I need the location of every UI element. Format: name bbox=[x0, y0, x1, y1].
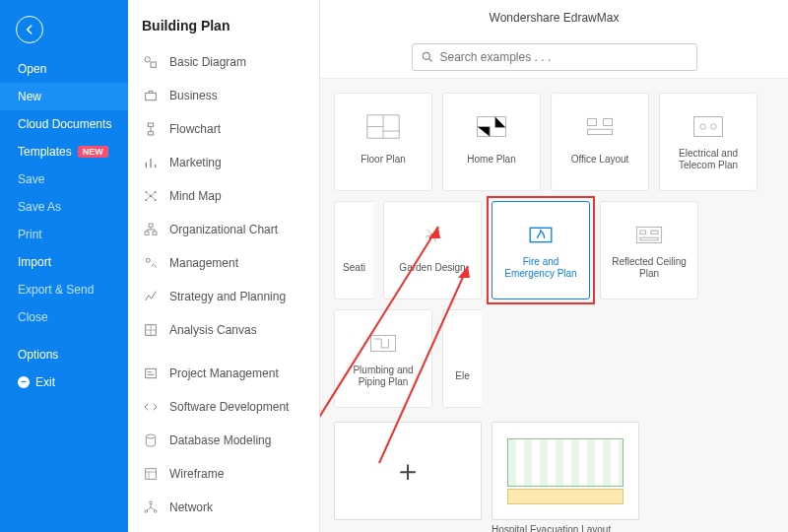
category-flowchart[interactable]: Flowchart bbox=[128, 112, 319, 146]
category-analysis[interactable]: Analysis Canvas bbox=[128, 313, 319, 347]
example-thumbnail bbox=[492, 422, 639, 520]
template-label: Electrical and Telecom Plan bbox=[660, 148, 756, 171]
nav-label: Save As bbox=[18, 200, 61, 214]
code-icon bbox=[142, 398, 160, 416]
network-icon bbox=[142, 499, 160, 516]
nav-label: Templates bbox=[18, 145, 72, 159]
category-basic-diagram[interactable]: Basic Diagram bbox=[128, 45, 319, 79]
template-label: Plumbing and Piping Plan bbox=[335, 365, 431, 388]
example-hospital-evacuation[interactable]: Hospital Evacuation Layout bbox=[492, 422, 639, 532]
management-icon bbox=[142, 254, 160, 272]
svg-rect-28 bbox=[587, 129, 612, 134]
template-ceiling-plan[interactable]: Reflected Ceiling Plan bbox=[600, 201, 698, 299]
search-icon bbox=[421, 50, 434, 64]
nav-label: Close bbox=[18, 310, 48, 324]
nav-options[interactable]: Options bbox=[0, 341, 128, 368]
svg-point-13 bbox=[146, 258, 150, 262]
svg-rect-33 bbox=[530, 228, 552, 241]
category-mind-map[interactable]: Mind Map bbox=[128, 179, 319, 213]
template-seating-plan[interactable]: Seati bbox=[334, 201, 373, 299]
svg-point-31 bbox=[711, 123, 716, 128]
svg-rect-3 bbox=[148, 123, 153, 126]
category-org-chart[interactable]: Organizational Chart bbox=[128, 213, 319, 246]
nav-label: New bbox=[18, 90, 41, 103]
category-business[interactable]: Business bbox=[128, 79, 319, 112]
category-software-dev[interactable]: Software Development bbox=[128, 390, 319, 424]
strategy-icon bbox=[142, 288, 160, 305]
category-management[interactable]: Management bbox=[128, 246, 319, 280]
template-label: Floor Plan bbox=[357, 148, 410, 171]
template-electrical-plan[interactable]: Electrical and Telecom Plan bbox=[659, 93, 757, 191]
category-label: Analysis Canvas bbox=[169, 323, 257, 337]
svg-rect-10 bbox=[149, 224, 153, 227]
svg-rect-29 bbox=[694, 116, 723, 136]
floor-plan-icon bbox=[365, 112, 401, 140]
category-label: Database Modeling bbox=[169, 433, 271, 447]
category-label: Mind Map bbox=[169, 189, 222, 203]
main-content: Wondershare EdrawMax Floor Plan Home Pla… bbox=[320, 0, 788, 532]
database-icon bbox=[142, 432, 160, 449]
nav-export[interactable]: Export & Send bbox=[0, 276, 128, 303]
plus-icon: ＋ bbox=[334, 422, 482, 520]
category-label: Flowchart bbox=[169, 122, 221, 136]
telecom-icon bbox=[690, 112, 726, 140]
category-network[interactable]: Network bbox=[128, 491, 319, 524]
svg-point-18 bbox=[150, 501, 153, 504]
svg-rect-35 bbox=[640, 231, 645, 234]
category-header: Building Plan bbox=[128, 0, 319, 45]
template-office-layout[interactable]: Office Layout bbox=[551, 93, 649, 191]
nav-new[interactable]: New bbox=[0, 83, 128, 110]
template-label: Ele bbox=[451, 365, 473, 388]
briefcase-icon bbox=[142, 87, 160, 104]
shapes-icon bbox=[142, 53, 160, 71]
template-elevation[interactable]: Ele bbox=[442, 309, 482, 408]
nav-label: Exit bbox=[35, 375, 55, 389]
new-badge: NEW bbox=[78, 146, 108, 158]
category-marketing[interactable]: Marketing bbox=[128, 146, 319, 179]
back-button[interactable] bbox=[16, 16, 43, 43]
nav-print[interactable]: Print bbox=[0, 221, 128, 248]
nav-open[interactable]: Open bbox=[0, 55, 128, 83]
svg-point-30 bbox=[700, 123, 705, 128]
nav-close[interactable]: Close bbox=[0, 303, 128, 331]
template-floor-plan[interactable]: Floor Plan bbox=[334, 93, 432, 191]
template-plumbing-plan[interactable]: Plumbing and Piping Plan bbox=[334, 309, 432, 408]
category-electrical-eng[interactable]: Electrical Engineering bbox=[128, 524, 319, 532]
category-list[interactable]: Basic Diagram Business Flowchart Marketi… bbox=[128, 45, 319, 532]
svg-rect-2 bbox=[146, 93, 157, 100]
template-garden-design[interactable]: Garden Design bbox=[383, 201, 482, 299]
canvas-icon bbox=[142, 321, 160, 339]
nav-label: Cloud Documents bbox=[18, 117, 111, 131]
template-home-plan[interactable]: Home Plan bbox=[442, 93, 541, 191]
template-fire-emergency[interactable]: Fire and Emergency Plan bbox=[492, 201, 590, 299]
svg-rect-26 bbox=[587, 118, 596, 125]
nav-templates[interactable]: Templates NEW bbox=[0, 138, 128, 166]
svg-point-23 bbox=[423, 52, 429, 59]
category-label: Wireframe bbox=[169, 467, 224, 481]
template-label: Fire and Emergency Plan bbox=[492, 256, 589, 280]
category-wireframe[interactable]: Wireframe bbox=[128, 457, 319, 491]
arrow-left-icon bbox=[23, 23, 36, 36]
template-label: Office Layout bbox=[567, 148, 633, 171]
search-input[interactable] bbox=[440, 50, 689, 64]
template-gallery: Floor Plan Home Plan Office Layout Elect… bbox=[320, 79, 788, 408]
category-database[interactable]: Database Modeling bbox=[128, 424, 319, 457]
nav-import[interactable]: Import bbox=[0, 248, 128, 276]
category-label: Basic Diagram bbox=[169, 55, 246, 69]
nav-save-as[interactable]: Save As bbox=[0, 193, 128, 221]
exit-icon: – bbox=[18, 376, 30, 388]
search-row bbox=[320, 35, 788, 79]
nav-exit[interactable]: – Exit bbox=[0, 368, 128, 396]
new-blank-template[interactable]: ＋ bbox=[334, 422, 482, 532]
home-plan-icon bbox=[474, 112, 509, 140]
nav-save[interactable]: Save bbox=[0, 166, 128, 193]
category-project-management[interactable]: Project Management bbox=[128, 357, 319, 390]
elevation-icon bbox=[445, 329, 481, 357]
nav-cloud-documents[interactable]: Cloud Documents bbox=[0, 110, 128, 138]
search-box[interactable] bbox=[412, 43, 697, 71]
app-title-bar: Wondershare EdrawMax bbox=[320, 0, 788, 35]
example-label: Hospital Evacuation Layout bbox=[492, 524, 639, 532]
svg-point-16 bbox=[146, 434, 155, 438]
mindmap-icon bbox=[142, 187, 160, 205]
category-strategy[interactable]: Strategy and Planning bbox=[128, 280, 319, 313]
